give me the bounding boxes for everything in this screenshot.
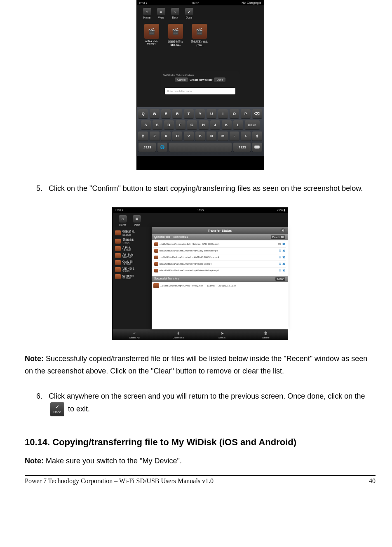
backspace-key[interactable]: ⌫ [252, 109, 262, 118]
file-item[interactable]: 灵魂战车1.2GB [113, 237, 152, 245]
delete-all-button[interactable]: Delete All [271, 235, 285, 239]
done-icon: ✓ [185, 8, 193, 15]
view-button[interactable]: ≡View [154, 8, 168, 19]
file-item[interactable]: come on20.7MB [113, 273, 152, 280]
key[interactable]: Z [150, 131, 160, 141]
key[interactable]: U [207, 109, 216, 118]
download-button[interactable]: ⬇Download [156, 331, 200, 339]
key[interactable]: F [176, 120, 185, 129]
thumb-item[interactable]: 张韶涵-欧若拉(SBS.Ko... [166, 24, 185, 47]
done-button[interactable]: Done [214, 77, 225, 82]
key[interactable]: N [207, 131, 216, 141]
close-icon[interactable]: ✕ [280, 228, 285, 233]
file-item[interactable]: 张韶涵-欧60.2MB [113, 229, 152, 237]
note-prefix: Note: [25, 354, 44, 363]
home-button[interactable]: ⌂Home [140, 8, 154, 19]
success-path: ...olume1/movies/mp4/A Pink - My My.mp4 [160, 284, 203, 287]
key[interactable]: A [141, 120, 151, 129]
thumb-item[interactable]: 灵魂战车2-全集（720... [190, 24, 209, 47]
view-button[interactable]: ≡View [130, 215, 144, 226]
key[interactable]: I [218, 109, 228, 118]
shift-key[interactable]: ⇧ [138, 131, 148, 141]
view-icon: ≡ [157, 8, 165, 15]
key[interactable]: K [222, 120, 232, 129]
clear-button[interactable]: Clear [275, 277, 285, 281]
key[interactable]: D [164, 120, 174, 129]
key[interactable]: M [218, 131, 228, 141]
top-toolbar: ⌂Home ≡View [113, 213, 288, 227]
video-icon [144, 24, 159, 39]
status-time: 16:37 [192, 2, 199, 5]
status-left: iPad ᯤ [139, 2, 149, 5]
thumb-item[interactable]: A Pink - My My.mp4 [142, 24, 162, 47]
file-item[interactable]: A Pink -13.6MB [113, 245, 152, 252]
return-key[interactable]: return [245, 120, 260, 129]
cancel-button[interactable]: Cancel [175, 77, 188, 82]
cancel-icon[interactable]: ✖ [282, 262, 285, 266]
file-size: 20.7MB [122, 277, 134, 279]
cancel-icon[interactable]: ✖ [282, 242, 285, 246]
video-icon [115, 253, 121, 258]
key[interactable]: W [150, 109, 160, 118]
video-icon [115, 230, 121, 235]
key[interactable]: V [184, 131, 194, 141]
back-button[interactable]: ‹Back [168, 8, 182, 19]
hide-keyboard-key[interactable]: ⌨ [252, 143, 262, 152]
thumb-label: A Pink - My My.mp4 [142, 40, 162, 45]
status-left: iPad ᯤ [115, 209, 124, 211]
page-footer: Power 7 Technology Corporation – Wi-Fi S… [25, 475, 376, 485]
onscreen-keyboard[interactable]: Q W E R T Y U I O P ⌫ A S [137, 107, 264, 156]
download-icon[interactable]: ⬇ [279, 249, 282, 253]
download-icon[interactable]: ⬇ [279, 256, 282, 259]
delete-button[interactable]: 🗑Delete [244, 331, 288, 339]
video-icon [115, 246, 121, 251]
view-label: View [134, 223, 140, 226]
status-button[interactable]: ➤Status [200, 331, 244, 339]
cancel-icon[interactable]: ✖ [282, 256, 285, 259]
selectall-button[interactable]: ✓Select All [113, 331, 156, 339]
key[interactable]: H [199, 120, 209, 129]
download-icon[interactable]: ⬇ [279, 269, 282, 272]
file-item[interactable]: Art_Scie596.7MB [113, 252, 152, 259]
key[interactable]: !, [230, 131, 239, 141]
key[interactable]: O [230, 109, 239, 118]
shift-key[interactable]: ⇧ [252, 131, 262, 141]
key[interactable]: C [172, 131, 182, 141]
key[interactable]: X [161, 131, 171, 141]
home-icon: ⌂ [119, 215, 127, 223]
queue-path: rdata/UsbDisk1/Volume1/movies/mp4/come o… [160, 263, 277, 265]
video-icon [115, 267, 121, 272]
queued-label: Queued Files [154, 235, 170, 238]
key[interactable]: ?. [241, 131, 251, 141]
key[interactable]: R [172, 109, 182, 118]
view-icon: ≡ [133, 215, 141, 223]
key[interactable]: S [153, 120, 162, 129]
step-5: Click on the "Confirm" button to start c… [45, 182, 376, 195]
key[interactable]: P [241, 109, 251, 118]
file-item[interactable]: Cody Sir13.8MB [113, 259, 152, 266]
download-icon[interactable]: ⬇ [279, 262, 282, 266]
panel-header: Transfer Status ✕ [152, 227, 288, 234]
space-key[interactable] [169, 143, 232, 152]
note2-text: Make sure you switch to the "My Device". [44, 457, 182, 465]
cancel-icon[interactable]: ✖ [282, 249, 285, 253]
key[interactable]: G [187, 120, 197, 129]
key[interactable]: Q [138, 109, 148, 118]
numeric-key[interactable]: .?123 [138, 143, 156, 152]
home-button[interactable]: ⌂Home [116, 215, 130, 226]
video-icon [115, 260, 121, 265]
key[interactable]: T [184, 109, 194, 118]
globe-key[interactable]: 🌐 [157, 143, 167, 152]
done-button-inline: ✓ Done [50, 402, 64, 416]
key[interactable]: Y [195, 109, 205, 118]
key[interactable]: L [233, 120, 243, 129]
key[interactable]: B [195, 131, 205, 141]
file-item[interactable]: VID-4D 15.9MB [113, 266, 152, 273]
key[interactable]: E [161, 109, 171, 118]
folder-name-input[interactable]: Enter new folder name [165, 88, 235, 94]
cancel-icon[interactable]: ✖ [282, 269, 285, 272]
numeric-key[interactable]: .?123 [233, 143, 251, 152]
key[interactable]: J [210, 120, 220, 129]
done-button[interactable]: ✓Done [182, 8, 196, 19]
bottom-toolbar: ✓Select All ⬇Download ➤Status 🗑Delete [113, 329, 288, 340]
